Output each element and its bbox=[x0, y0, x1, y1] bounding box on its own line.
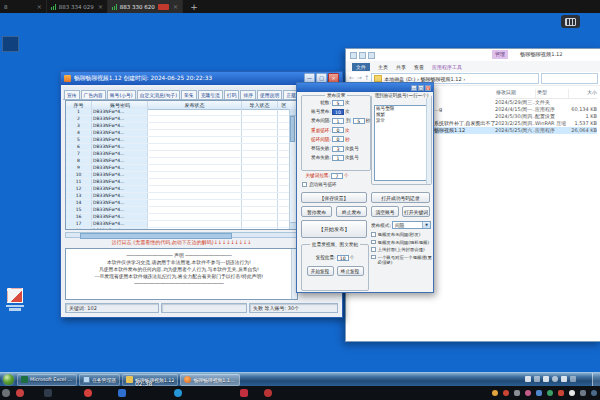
close-icon[interactable]: × bbox=[37, 3, 42, 11]
file-row[interactable]: 2024/5/30/周四… 配置设置 1 KB bbox=[434, 113, 597, 120]
number-input[interactable]: 10 bbox=[337, 255, 349, 261]
app-icon[interactable] bbox=[84, 389, 92, 397]
tab-app-tools[interactable]: 应用程序工具 bbox=[432, 64, 462, 70]
taskbar-button[interactable]: 畅聊畅聊视频1.12 … bbox=[180, 374, 240, 386]
table-row[interactable]: 18 DB33NFw*4… bbox=[66, 228, 290, 229]
search-input[interactable] bbox=[541, 73, 598, 84]
number-input[interactable]: 1 bbox=[332, 118, 344, 124]
app-icon[interactable] bbox=[2, 389, 10, 397]
log-textarea[interactable]: ──────────────── 声明 ────────────────本软件仅… bbox=[65, 248, 298, 300]
list-scrollbar[interactable] bbox=[426, 98, 431, 184]
table-row[interactable]: 5 DB33NFw*4… bbox=[66, 137, 290, 144]
app-icon[interactable] bbox=[44, 389, 52, 397]
number-input[interactable]: 1 bbox=[332, 155, 344, 161]
app-icon[interactable] bbox=[16, 389, 24, 397]
publish-mode-select[interactable]: 间隔 ▼ bbox=[392, 221, 431, 229]
app-tab[interactable]: 打码 bbox=[224, 90, 240, 99]
table-row[interactable]: 4 DB33NFw*4… bbox=[66, 130, 290, 137]
app-tab[interactable]: 自定义消息(句子) bbox=[137, 90, 180, 99]
number-input[interactable]: 7 bbox=[331, 173, 343, 179]
file-row[interactable]: 畅聊视频1.12 2024/5/25/周六… 应用程序 26,064 KB bbox=[434, 127, 597, 134]
stop-repost-button[interactable]: 终止复投 bbox=[337, 266, 364, 276]
table-row[interactable]: 12 DB33NFw*4… bbox=[66, 186, 290, 193]
tray-icon[interactable] bbox=[570, 376, 576, 382]
table-row[interactable]: 3 DB33NFw*4… bbox=[66, 123, 290, 130]
table-row[interactable]: 14 DB33NFw*4… bbox=[66, 200, 290, 207]
network-icon[interactable] bbox=[552, 376, 558, 382]
number-input[interactable]: 3 bbox=[332, 146, 344, 152]
table-row[interactable]: 16 DB33NFw*4… bbox=[66, 214, 290, 221]
file-row[interactable]: 2024/5/29/周三… 文件夹 bbox=[434, 99, 597, 106]
app-icon[interactable] bbox=[240, 389, 248, 397]
option-checkbox[interactable]: 视频发布无间隔(秒发) bbox=[371, 232, 433, 237]
tray-icon[interactable] bbox=[492, 390, 498, 396]
column-header-type[interactable]: 类型 bbox=[536, 89, 569, 98]
table-row[interactable]: 11 DB33NFw*4… bbox=[66, 179, 290, 186]
option-checkbox[interactable]: 一个账号对应一个视频(数量必须够) bbox=[371, 255, 433, 265]
app-tab[interactable]: 使用说明 bbox=[257, 90, 282, 99]
volume-icon[interactable] bbox=[543, 376, 549, 382]
file-row[interactable]: …g 2024/4/15/周一… 应用程序 60,134 KB bbox=[434, 106, 597, 113]
number-input[interactable]: 0 bbox=[332, 127, 344, 133]
tab-share[interactable]: 共享 bbox=[396, 64, 406, 70]
close-icon[interactable]: × bbox=[173, 3, 178, 11]
horizontal-scrollbar[interactable] bbox=[65, 232, 297, 238]
desktop-icon[interactable] bbox=[4, 288, 26, 315]
show-desktop-button[interactable] bbox=[592, 373, 600, 386]
app-tab[interactable]: 广告内容 bbox=[81, 90, 106, 99]
app-icon[interactable] bbox=[264, 389, 272, 397]
table-row[interactable]: 6 DB33NFw*4… bbox=[66, 144, 290, 151]
close-icon[interactable]: × bbox=[98, 3, 103, 11]
taskbar-button[interactable]: Microsoft Excel - … bbox=[17, 374, 77, 386]
number-input[interactable]: 0 bbox=[332, 136, 344, 142]
pause-publish-button[interactable]: 暂停发布 bbox=[301, 206, 332, 217]
app-icon[interactable] bbox=[174, 389, 182, 397]
option-checkbox[interactable]: 视频发布无间隔(随机视频) bbox=[371, 240, 433, 245]
session-tab-partial[interactable]: 8 × bbox=[0, 0, 47, 13]
tray-icon[interactable] bbox=[525, 376, 531, 382]
session-tab-1[interactable]: 883 334 029 × bbox=[47, 0, 108, 13]
action-center-icon[interactable] bbox=[561, 376, 567, 382]
app-tab[interactable]: 排序 bbox=[240, 90, 256, 99]
maximize-button[interactable]: □ bbox=[418, 85, 424, 91]
save-settings-button[interactable]: 【保存设置】 bbox=[301, 192, 367, 203]
app-tab[interactable]: 克隆引流 bbox=[198, 90, 223, 99]
tab-home[interactable]: 主页 bbox=[378, 64, 388, 70]
app-tab[interactable]: 宣传 bbox=[64, 90, 80, 99]
tray-icon[interactable] bbox=[514, 390, 520, 396]
vertical-scrollbar[interactable] bbox=[289, 109, 296, 229]
tray-icon[interactable] bbox=[536, 390, 542, 396]
desktop-icon[interactable] bbox=[2, 36, 19, 52]
tray-icon[interactable] bbox=[547, 390, 553, 396]
new-session-button[interactable]: + bbox=[183, 2, 205, 12]
tray-icon[interactable] bbox=[534, 376, 540, 382]
tab-view[interactable]: 查看 bbox=[414, 64, 424, 70]
tray-icon[interactable] bbox=[558, 390, 564, 396]
column-header-size[interactable]: 大小 bbox=[569, 89, 597, 98]
start-button[interactable] bbox=[3, 374, 14, 385]
table-row[interactable]: 9 DB33NFw*4… bbox=[66, 165, 290, 172]
close-button[interactable]: × bbox=[425, 85, 431, 91]
number-input[interactable]: 10 bbox=[332, 109, 344, 115]
app-tab[interactable]: 账号(小号) bbox=[107, 90, 136, 99]
clear-accounts-button[interactable]: 清空账号 bbox=[371, 206, 399, 217]
table-row[interactable]: 8 DB33NFw*4… bbox=[66, 158, 290, 165]
app-icon[interactable] bbox=[118, 389, 126, 397]
table-row[interactable]: 1 DB33NFw*4… bbox=[66, 109, 290, 116]
minimize-button[interactable]: — bbox=[411, 85, 417, 91]
table-row[interactable]: 15 DB33NFw*4… bbox=[66, 207, 290, 214]
column-header-date[interactable]: 修改日期 bbox=[496, 89, 536, 98]
loop-accounts-checkbox[interactable]: 启动账号循环 bbox=[302, 182, 337, 187]
number-input[interactable]: 5 bbox=[332, 100, 344, 106]
taskbar-button[interactable]: 任务管理器 bbox=[79, 374, 120, 386]
tray-icon[interactable] bbox=[525, 390, 531, 396]
table-row[interactable]: 10 DB33NFw*4… bbox=[66, 172, 290, 179]
explorer-context-chip[interactable]: 管理 bbox=[492, 50, 508, 59]
option-checkbox[interactable]: 上传封面(上传封面会慢) bbox=[371, 247, 433, 252]
table-row[interactable]: 2 DB33NFw*4… bbox=[66, 116, 290, 123]
stop-publish-button[interactable]: 终止发布 bbox=[336, 206, 367, 217]
start-publish-button[interactable]: 【开始发布】 bbox=[301, 220, 367, 238]
file-row[interactable]: 系统软件补丁,自发图出不了就装下 2023/2/25/周四… WinRAR 压缩… bbox=[434, 120, 597, 127]
captcha-keyword-list[interactable]: 账号受限频繁异常 bbox=[374, 105, 429, 181]
open-keywords-button[interactable]: 打开关键词 bbox=[402, 206, 430, 217]
